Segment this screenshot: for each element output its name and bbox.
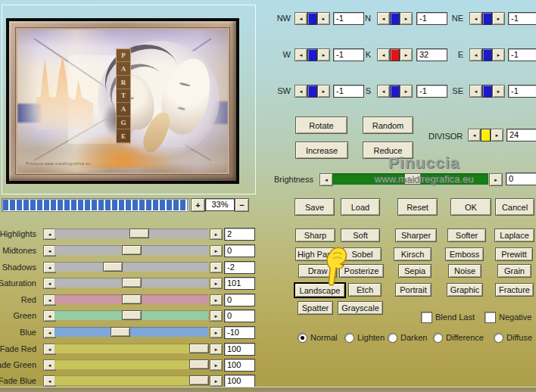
arrow-right-icon[interactable]: ► <box>210 327 223 338</box>
radio-difference[interactable] <box>433 333 443 343</box>
kernel-slider-nw[interactable]: ◄ ► <box>294 12 330 25</box>
arrow-left-icon[interactable]: ◄ <box>469 85 482 98</box>
kernel-slider-w[interactable]: ◄ ► <box>294 48 330 61</box>
reduce-button[interactable]: Reduce <box>363 142 413 159</box>
preset-button-spatter[interactable]: Spatter <box>298 301 333 315</box>
slider-track[interactable] <box>55 245 208 255</box>
slider-track[interactable] <box>55 344 208 353</box>
slider-value[interactable]: -10 <box>224 326 255 339</box>
reset-button[interactable]: Reset <box>397 198 438 216</box>
arrow-right-icon[interactable]: ► <box>491 129 503 142</box>
arrow-left-icon[interactable]: ◄ <box>469 12 482 25</box>
kernel-slider-n[interactable]: ◄ ► <box>377 12 413 25</box>
brightness-slider[interactable] <box>332 173 488 185</box>
slider-thumb[interactable] <box>189 344 209 353</box>
brightness-arrow-left[interactable]: ◄ <box>319 173 333 186</box>
arrow-right-icon[interactable]: ► <box>317 85 330 98</box>
slider-track[interactable] <box>55 310 208 320</box>
arrow-right-icon[interactable]: ► <box>492 48 505 61</box>
preset-button-noise[interactable]: Noise <box>448 264 481 278</box>
slider-thumb[interactable] <box>122 278 142 288</box>
arrow-right-icon[interactable]: ► <box>400 85 413 98</box>
preset-button-etch[interactable]: Etch <box>348 283 382 297</box>
arrow-right-icon[interactable]: ► <box>492 85 505 98</box>
increase-button[interactable]: Increase <box>295 142 348 159</box>
kernel-slider-s[interactable]: ◄ ► <box>377 85 413 98</box>
preset-button-sharper[interactable]: Sharper <box>395 229 437 242</box>
preset-button-portrait[interactable]: Portrait <box>395 283 432 297</box>
preset-button-soft[interactable]: Soft <box>341 229 380 242</box>
blend-last-checkbox[interactable] <box>421 312 432 323</box>
arrow-left-icon[interactable]: ◄ <box>294 12 307 25</box>
kernel-value-n[interactable]: -1 <box>416 12 447 25</box>
brightness-arrow-right[interactable]: ► <box>489 173 503 186</box>
slider-thumb[interactable] <box>103 262 123 272</box>
arrow-left-icon[interactable]: ◄ <box>469 48 482 61</box>
brightness-thumb[interactable] <box>404 173 421 185</box>
preset-button-landscape[interactable]: Landscape <box>294 283 345 297</box>
slider-track[interactable] <box>55 359 208 369</box>
slider-thumb[interactable] <box>122 310 142 320</box>
kernel-slider-sw[interactable]: ◄ ► <box>294 85 330 98</box>
arrow-right-icon[interactable]: ► <box>210 245 223 257</box>
kernel-value-se[interactable]: -1 <box>508 85 536 98</box>
kernel-value-e[interactable]: -1 <box>508 48 536 61</box>
slider-thumb[interactable] <box>111 327 130 337</box>
radio-lighten[interactable] <box>344 333 354 343</box>
kernel-slider-se[interactable]: ◄ ► <box>469 85 505 98</box>
preset-button-grain[interactable]: Grain <box>497 264 531 278</box>
arrow-right-icon[interactable]: ► <box>210 310 223 322</box>
preset-button-sharp[interactable]: Sharp <box>295 229 335 242</box>
kernel-value-ne[interactable]: -1 <box>508 12 536 25</box>
slider-thumb[interactable] <box>390 85 400 98</box>
slider-value[interactable]: 100 <box>224 359 255 372</box>
arrow-left-icon[interactable]: ◄ <box>468 129 481 142</box>
preset-button-prewitt[interactable]: Prewitt <box>495 247 533 261</box>
kernel-slider-e[interactable]: ◄ ► <box>469 48 505 61</box>
preset-button-laplace[interactable]: Laplace <box>494 229 534 242</box>
preset-button-graphic[interactable]: Graphic <box>447 283 483 297</box>
slider-value[interactable]: -2 <box>224 261 255 274</box>
slider-thumb[interactable] <box>482 12 492 25</box>
cancel-button[interactable]: Cancel <box>495 198 534 216</box>
preset-button-grayscale[interactable]: Grayscale <box>338 301 383 315</box>
random-button[interactable]: Random <box>363 117 413 134</box>
arrow-left-icon[interactable]: ◄ <box>377 12 390 25</box>
slider-thumb[interactable] <box>122 294 142 304</box>
load-button[interactable]: Load <box>341 198 380 216</box>
kernel-value-s[interactable]: -1 <box>416 85 447 98</box>
arrow-right-icon[interactable]: ► <box>210 278 223 289</box>
slider-thumb[interactable] <box>307 48 317 61</box>
slider-track[interactable] <box>55 294 208 304</box>
slider-value[interactable]: 100 <box>224 375 255 387</box>
preset-button-sepia[interactable]: Sepia <box>398 264 432 278</box>
preset-button-emboss[interactable]: Emboss <box>445 247 484 261</box>
slider-value[interactable]: 0 <box>224 310 255 322</box>
arrow-right-icon[interactable]: ► <box>317 12 330 25</box>
negative-checkbox[interactable] <box>485 312 496 323</box>
arrow-right-icon[interactable]: ► <box>210 359 223 371</box>
preset-button-kirsch[interactable]: Kirsch <box>394 247 432 261</box>
slider-thumb[interactable] <box>307 85 317 98</box>
slider-value[interactable]: 101 <box>224 277 255 290</box>
zoom-out-button[interactable]: − <box>235 198 249 212</box>
preset-button-softer[interactable]: Softer <box>447 229 486 242</box>
arrow-left-icon[interactable]: ◄ <box>377 48 390 61</box>
kernel-value-k[interactable]: 32 <box>416 48 447 61</box>
arrow-left-icon[interactable]: ◄ <box>294 48 307 61</box>
slider-track[interactable] <box>55 278 208 288</box>
ok-button[interactable]: OK <box>450 198 491 216</box>
slider-track[interactable] <box>55 229 208 238</box>
preset-button-draw[interactable]: Draw <box>298 264 337 278</box>
slider-thumb[interactable] <box>390 48 400 61</box>
divisor-slider[interactable]: ◄ ► <box>468 129 503 142</box>
kernel-slider-k[interactable]: ◄ ► <box>377 48 413 61</box>
arrow-right-icon[interactable]: ► <box>210 229 223 240</box>
arrow-right-icon[interactable]: ► <box>210 262 223 273</box>
arrow-right-icon[interactable]: ► <box>492 12 505 25</box>
slider-value[interactable]: 0 <box>224 294 255 306</box>
slider-thumb[interactable] <box>122 245 142 255</box>
preset-button-sobel[interactable]: Sobel <box>343 247 382 261</box>
slider-thumb[interactable] <box>482 48 492 61</box>
save-button[interactable]: Save <box>294 198 335 216</box>
